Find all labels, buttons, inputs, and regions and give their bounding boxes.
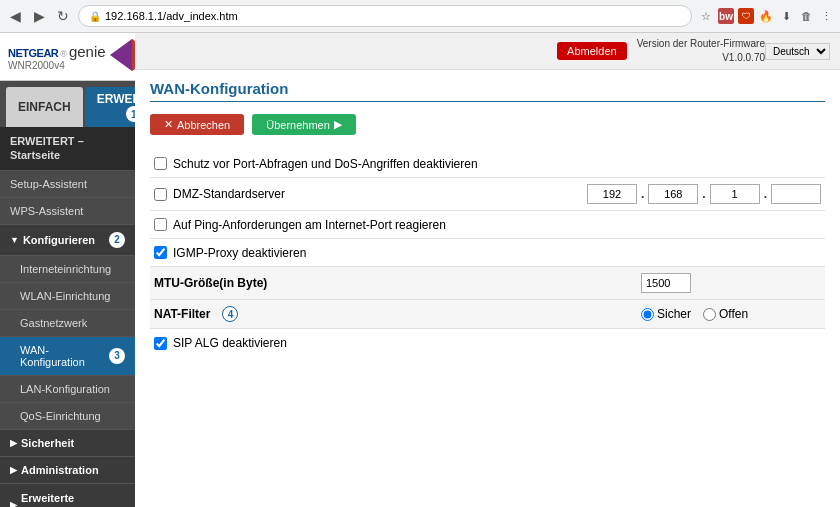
dmz-ip1[interactable]	[587, 184, 637, 204]
dmz-ip4[interactable]	[771, 184, 821, 204]
bw-icon[interactable]: bw	[718, 8, 734, 24]
logo-reg: ®	[60, 49, 67, 59]
dos-label: Schutz vor Port-Abfragen und DoS-Angriff…	[173, 157, 478, 171]
tab-basic[interactable]: EINFACH	[6, 87, 83, 127]
logo-netgear: NETGEAR	[8, 47, 58, 59]
sidebar-item-sicherheit[interactable]: ▶ Sicherheit	[0, 430, 135, 457]
download-icon[interactable]: ⬇	[778, 8, 794, 24]
nat-badge: 4	[222, 306, 238, 322]
nat-offen-label: Offen	[703, 307, 748, 321]
ping-checkbox[interactable]	[154, 218, 167, 231]
apply-button[interactable]: Übernehmen ▶	[252, 114, 356, 135]
tab-bar: EINFACH ERWEITERT 1	[0, 81, 135, 127]
ip-sep-2: .	[702, 187, 705, 201]
browser-chrome: ◀ ▶ ↻ 🔒 192.168.1.1/adv_index.htm ☆ bw 🛡…	[0, 0, 840, 33]
form-row-sip: SIP ALG deaktivieren	[150, 329, 825, 357]
form-row-mtu: MTU-Größe(in Byte)	[150, 267, 825, 300]
nat-offen-radio[interactable]	[703, 308, 716, 321]
menu-icon[interactable]: ⋮	[818, 8, 834, 24]
reload-button[interactable]: ↻	[54, 7, 72, 25]
dmz-ip3[interactable]	[710, 184, 760, 204]
arrow-right-icon-admin: ▶	[10, 465, 17, 475]
firmware-info: Version der Router-Firmware V1.0.0.70	[637, 37, 765, 65]
sidebar-item-gastnetzwerk[interactable]: Gastnetzwerk	[0, 310, 135, 337]
sip-label: SIP ALG deaktivieren	[173, 336, 287, 350]
sidebar-item-internet[interactable]: Interneteinrichtung	[0, 256, 135, 283]
dmz-ip2[interactable]	[648, 184, 698, 204]
sidebar-item-wlan[interactable]: WLAN-Einrichtung	[0, 283, 135, 310]
address-bar[interactable]: 🔒 192.168.1.1/adv_index.htm	[78, 5, 692, 27]
nat-sicher-label: Sicher	[641, 307, 691, 321]
form-row-dos: Schutz vor Port-Abfragen und DoS-Angriff…	[150, 150, 825, 178]
sidebar-item-erweiterte[interactable]: ▶ Erweiterte Einrichtung	[0, 484, 135, 507]
arrow-down-icon: ▼	[10, 235, 19, 245]
sidebar-item-setup[interactable]: Setup-Assistent	[0, 171, 135, 198]
flame-icon[interactable]: 🔥	[758, 8, 774, 24]
url-text: 192.168.1.1/adv_index.htm	[105, 10, 238, 22]
ip-sep-3: .	[764, 187, 767, 201]
dmz-label: DMZ-Standardserver	[173, 187, 285, 201]
mtu-input[interactable]	[641, 273, 691, 293]
form-row-igmp: IGMP-Proxy deaktivieren	[150, 239, 825, 267]
ip-sep-1: .	[641, 187, 644, 201]
konfigurieren-badge: 2	[109, 232, 125, 248]
logo-genie: genie	[69, 43, 106, 60]
igmp-label: IGMP-Proxy deaktivieren	[173, 246, 306, 260]
cancel-icon: ✕	[164, 118, 173, 131]
mtu-value-area	[641, 273, 821, 293]
sidebar: NETGEAR ® genie WNR2000v4 EINFACH ERWEIT…	[0, 33, 135, 507]
logo-area: NETGEAR ® genie WNR2000v4	[0, 33, 135, 81]
sidebar-item-qos[interactable]: QoS-Einrichtung	[0, 403, 135, 430]
cancel-button[interactable]: ✕ Abbrechen	[150, 114, 244, 135]
apply-icon: ▶	[334, 118, 342, 131]
ping-label: Auf Ping-Anforderungen am Internet-Port …	[173, 218, 446, 232]
form-section: Schutz vor Port-Abfragen und DoS-Angriff…	[150, 150, 825, 357]
form-row-ping: Auf Ping-Anforderungen am Internet-Port …	[150, 211, 825, 239]
logo-model: WNR2000v4	[8, 60, 106, 71]
sidebar-item-wan[interactable]: WAN-Konfiguration 3	[0, 337, 135, 376]
trash-icon[interactable]: 🗑	[798, 8, 814, 24]
forward-button[interactable]: ▶	[30, 7, 48, 25]
form-row-dmz: DMZ-Standardserver . . .	[150, 178, 825, 211]
sidebar-menu: ERWEITERT – Startseite Setup-Assistent W…	[0, 127, 135, 507]
logout-button[interactable]: Abmelden	[557, 42, 627, 60]
sidebar-item-erweitert[interactable]: ERWEITERT – Startseite	[0, 127, 135, 171]
form-row-nat: NAT-Filter 4 Sicher Offen	[150, 300, 825, 329]
main-header: Abmelden Version der Router-Firmware V1.…	[135, 33, 840, 70]
sidebar-item-administration[interactable]: ▶ Administration	[0, 457, 135, 484]
page-content: WAN-Konfiguration ✕ Abbrechen Übernehmen…	[135, 70, 840, 367]
mtu-label: MTU-Größe(in Byte)	[154, 276, 267, 290]
sidebar-item-wps[interactable]: WPS-Assistent	[0, 198, 135, 225]
igmp-checkbox[interactable]	[154, 246, 167, 259]
arrow-right-icon-security: ▶	[10, 438, 17, 448]
back-button[interactable]: ◀	[6, 7, 24, 25]
action-bar: ✕ Abbrechen Übernehmen ▶	[150, 114, 825, 135]
browser-icons: ☆ bw 🛡 🔥 ⬇ 🗑 ⋮	[698, 8, 834, 24]
wan-badge: 3	[109, 348, 125, 364]
star-icon[interactable]: ☆	[698, 8, 714, 24]
sip-checkbox[interactable]	[154, 337, 167, 350]
dos-checkbox[interactable]	[154, 157, 167, 170]
nat-options: Sicher Offen	[641, 307, 821, 321]
arrow-right-icon-erweiterte: ▶	[10, 500, 17, 507]
sidebar-item-konfigurieren[interactable]: ▼ Konfigurieren 2	[0, 225, 135, 256]
page-title: WAN-Konfiguration	[150, 80, 825, 102]
dmz-ip-fields: . . .	[587, 184, 821, 204]
nat-label: NAT-Filter	[154, 307, 210, 321]
shield-icon[interactable]: 🛡	[738, 8, 754, 24]
sidebar-item-lan[interactable]: LAN-Konfiguration	[0, 376, 135, 403]
main-content: Abmelden Version der Router-Firmware V1.…	[135, 33, 840, 507]
nat-sicher-radio[interactable]	[641, 308, 654, 321]
dmz-checkbox[interactable]	[154, 188, 167, 201]
language-select[interactable]: Deutsch	[765, 43, 830, 60]
